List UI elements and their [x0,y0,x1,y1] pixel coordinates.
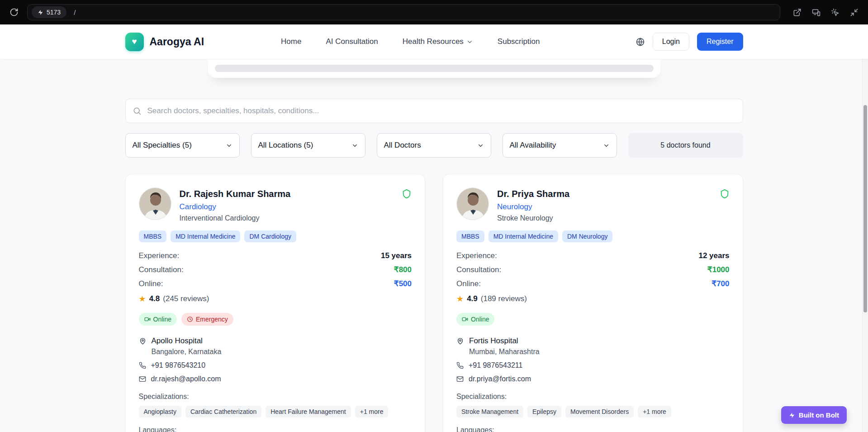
mail-icon [456,375,464,383]
email-address: dr.rajesh@apollo.com [151,375,221,383]
responsive-devices-button[interactable] [809,5,823,19]
scrolled-hero-card [208,59,660,78]
doctor-specialty-link[interactable]: Cardiology [180,202,216,211]
hospital-row: Fortis Hospital Mumbai, Maharashtra [456,336,730,356]
results-count: 5 doctors found [628,133,743,158]
collapse-icon [850,8,859,17]
specialization-pill: Angioplasty [139,406,181,418]
nav-health-resources[interactable]: Health Resources [403,37,473,46]
qualification-badges: MBBS MD Internal Medicine DM Neurology [456,230,730,242]
doctor-specialty-link[interactable]: Neurology [497,202,532,211]
register-button[interactable]: Register [697,33,743,51]
hospital-name: Fortis Hospital [469,336,540,346]
inspect-element-button[interactable] [828,5,842,19]
chevron-down-icon [351,142,358,149]
filter-availability[interactable]: All Availability [503,133,617,158]
filter-specialties[interactable]: All Specialties (5) [125,133,240,158]
collapse-preview-button[interactable] [847,5,861,19]
browser-chrome: 5173 / [0,0,868,24]
experience-value: 12 years [698,251,729,260]
header-actions: Login Register [636,33,743,51]
doctor-card: Dr. Priya Sharma Neurology Stroke Neurol… [443,174,743,432]
emergency-badge: Emergency [181,313,233,326]
consultation-fee-row: Consultation: ₹1000 [456,265,730,274]
experience-row: Experience: 12 years [456,251,730,260]
doctor-avatar [456,187,489,220]
nav-ai-consultation[interactable]: AI Consultation [326,37,378,46]
online-badge: Online [456,313,494,326]
online-fee: ₹500 [394,279,412,288]
language-button[interactable] [636,37,645,47]
chrome-actions [790,5,861,19]
qualification-badges: MBBS MD Internal Medicine DM Cardiology [139,230,412,242]
specializations-label: Specializations: [139,393,412,401]
consultation-fee-row: Consultation: ₹800 [139,265,412,274]
qualification-badge: MD Internal Medicine [489,230,558,242]
consultation-fee: ₹800 [394,265,412,274]
rating-row: ★ 4.9 (189 reviews) [456,294,730,303]
page-main: All Specialties (5) All Locations (5) Al… [0,59,868,432]
port-icon [38,10,43,15]
doctor-subspecialty: Interventional Cardiology [180,214,291,222]
main-nav: Home AI Consultation Health Resources Su… [281,37,540,46]
doctor-name: Dr. Rajesh Kumar Sharma [180,189,291,199]
reload-button[interactable] [7,5,21,19]
scrollbar-thumb[interactable] [863,105,867,312]
port-number: 5173 [47,9,61,16]
review-count: (189 reviews) [481,294,527,303]
phone-icon [456,362,464,369]
devices-icon [812,8,821,17]
specialization-pill: Epilepsy [527,406,561,418]
doctor-search [125,99,743,123]
built-on-bolt-button[interactable]: Built on Bolt [781,406,847,424]
experience-row: Experience: 15 years [139,251,412,260]
search-input[interactable] [125,99,743,123]
nav-home[interactable]: Home [281,37,301,46]
globe-icon [636,37,645,47]
email-row[interactable]: dr.priya@fortis.com [456,375,730,383]
chevron-down-icon [226,142,232,149]
qualification-badge: MBBS [456,230,484,242]
filter-bar: All Specialties (5) All Locations (5) Al… [125,133,743,158]
verified-shield-icon [402,189,412,199]
filter-doctors[interactable]: All Doctors [377,133,491,158]
mail-icon [139,375,146,383]
phone-icon [139,362,146,369]
more-specializations-pill[interactable]: +1 more [638,406,671,418]
chevron-down-icon [603,142,610,149]
email-row[interactable]: dr.rajesh@apollo.com [139,375,412,383]
clock-icon [187,316,193,322]
scrollbar[interactable] [862,24,868,432]
reload-icon [9,8,19,17]
qualification-badge: DM Cardiology [244,230,296,242]
verified-shield-icon [720,189,730,199]
specialization-pill: Stroke Management [456,406,523,418]
experience-value: 15 years [381,251,412,260]
filter-locations[interactable]: All Locations (5) [251,133,365,158]
phone-row[interactable]: +91 9876543211 [456,361,730,370]
star-icon: ★ [456,295,464,303]
rating-row: ★ 4.8 (245 reviews) [139,294,412,303]
languages-label: Languages: [139,426,412,432]
more-specializations-pill[interactable]: +1 more [355,406,389,418]
external-link-icon [793,8,802,17]
online-badge: Online [139,313,177,326]
email-address: dr.priya@fortis.com [469,375,531,383]
brand[interactable]: ♥ Aarogya AI [125,33,204,51]
online-fee-row: Online: ₹700 [456,279,730,288]
consultation-fee: ₹1000 [707,265,730,274]
online-fee: ₹700 [711,279,729,288]
address-bar[interactable]: 5173 / [27,4,780,20]
login-button[interactable]: Login [653,33,689,51]
video-icon [144,316,151,322]
nav-subscription[interactable]: Subscription [498,37,540,46]
bolt-icon [789,412,795,418]
doctor-avatar [139,187,171,220]
status-badges: Online [456,313,730,326]
doctor-subspecialty: Stroke Neurology [497,214,569,222]
doctor-cards: Dr. Rajesh Kumar Sharma Cardiology Inter… [125,174,743,432]
phone-row[interactable]: +91 9876543210 [139,361,412,370]
open-in-new-tab-button[interactable] [790,5,804,19]
doctor-card: Dr. Rajesh Kumar Sharma Cardiology Inter… [125,174,426,432]
rating-score: 4.9 [467,294,478,303]
